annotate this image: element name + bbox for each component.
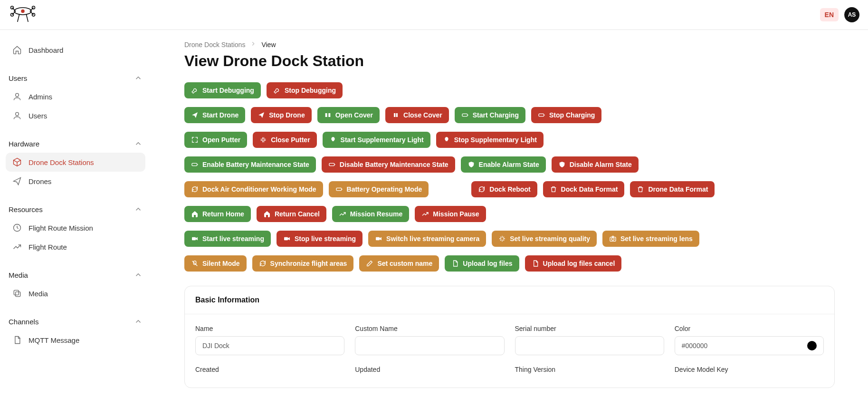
sidebar-group-hardware[interactable]: Hardware bbox=[6, 135, 145, 153]
field-label: Created bbox=[195, 366, 344, 373]
document-icon bbox=[12, 335, 22, 345]
color-value: #000000 bbox=[675, 336, 824, 355]
sidebar-item-dashboard[interactable]: Dashboard bbox=[6, 40, 145, 59]
button-label: Set live streaming lens bbox=[620, 235, 693, 242]
enable-battery-maintenance-button[interactable]: Enable Battery Maintenance State bbox=[184, 156, 316, 173]
stop-charging-button[interactable]: Stop Charging bbox=[531, 107, 601, 123]
upload-log-files-button[interactable]: Upload log files bbox=[445, 255, 519, 272]
start-charging-button[interactable]: Start Charging bbox=[455, 107, 525, 123]
field-label: Thing Version bbox=[515, 366, 664, 373]
sidebar-group-label: Channels bbox=[9, 318, 38, 326]
button-label: Open Cover bbox=[335, 112, 373, 118]
sidebar-item-drones[interactable]: Drones bbox=[6, 172, 145, 191]
button-label: Switch live streaming camera bbox=[386, 235, 479, 242]
sidebar-group-label: Hardware bbox=[9, 140, 39, 148]
start-live-streaming-button[interactable]: Start live streaming bbox=[184, 231, 271, 247]
chevron-up-icon bbox=[134, 205, 143, 214]
stop-debugging-button[interactable]: Stop Debugging bbox=[267, 82, 343, 98]
button-label: Enable Alarm State bbox=[479, 161, 539, 168]
breadcrumb-link-drone-dock-stations[interactable]: Drone Dock Stations bbox=[184, 41, 245, 49]
button-label: Return Home bbox=[202, 211, 244, 217]
basic-information-card: Basic Information Name DJI Dock Custom N… bbox=[184, 286, 835, 388]
disable-battery-maintenance-button[interactable]: Disable Battery Maintenance State bbox=[322, 156, 455, 173]
mission-pause-button[interactable]: Mission Pause bbox=[415, 206, 486, 222]
button-label: Disable Battery Maintenance State bbox=[340, 161, 448, 168]
sidebar-group-channels[interactable]: Channels bbox=[6, 312, 145, 330]
field-updated: Updated bbox=[355, 366, 504, 377]
chevron-right-icon bbox=[250, 40, 257, 49]
set-live-streaming-lens-button[interactable]: Set live streaming lens bbox=[602, 231, 699, 247]
set-custom-name-button[interactable]: Set custom name bbox=[359, 255, 439, 272]
sidebar-group-media[interactable]: Media bbox=[6, 266, 145, 284]
sidebar-item-drone-dock-stations[interactable]: Drone Dock Stations bbox=[6, 153, 145, 172]
sidebar-item-media[interactable]: Media bbox=[6, 284, 145, 303]
sidebar-item-label: Media bbox=[29, 290, 48, 298]
chevron-up-icon bbox=[134, 271, 143, 279]
start-drone-button[interactable]: Start Drone bbox=[184, 107, 245, 123]
avatar[interactable]: AS bbox=[844, 7, 859, 22]
drone-data-format-button[interactable]: Drone Data Format bbox=[630, 181, 715, 197]
button-label: Silent Mode bbox=[202, 260, 240, 267]
user-icon bbox=[12, 111, 22, 120]
open-cover-button[interactable]: Open Cover bbox=[317, 107, 380, 123]
sidebar-group-resources[interactable]: Resources bbox=[6, 200, 145, 218]
sidebar-item-label: Flight Route bbox=[29, 243, 67, 251]
stop-drone-button[interactable]: Stop Drone bbox=[251, 107, 311, 123]
button-label: Battery Operating Mode bbox=[347, 186, 422, 193]
breadcrumb-current: View bbox=[261, 41, 276, 49]
field-color: Color #000000 bbox=[675, 325, 824, 355]
dock-data-format-button[interactable]: Dock Data Format bbox=[543, 181, 625, 197]
start-debugging-button[interactable]: Start Debugging bbox=[184, 82, 261, 98]
dock-ac-working-mode-button[interactable]: Dock Air Conditioner Working Mode bbox=[184, 181, 323, 197]
action-buttons: Start Debugging Stop Debugging Start Dro… bbox=[184, 82, 835, 272]
button-label: Mission Resume bbox=[350, 211, 402, 217]
sidebar-item-label: MQTT Message bbox=[29, 336, 79, 344]
sidebar-item-flight-route[interactable]: Flight Route bbox=[6, 237, 145, 256]
upload-log-files-cancel-button[interactable]: Upload log files cancel bbox=[525, 255, 622, 272]
field-custom-name: Custom Name bbox=[355, 325, 504, 355]
sidebar-item-users[interactable]: Users bbox=[6, 106, 145, 125]
sidebar-group-users[interactable]: Users bbox=[6, 69, 145, 87]
disable-alarm-state-button[interactable]: Disable Alarm State bbox=[552, 156, 639, 173]
button-label: Start Debugging bbox=[202, 87, 254, 94]
start-supplementary-light-button[interactable]: Start Supplementary Light bbox=[323, 132, 430, 148]
field-thing-version: Thing Version bbox=[515, 366, 664, 377]
close-putter-button[interactable]: Close Putter bbox=[253, 132, 316, 148]
button-label: Return Cancel bbox=[275, 211, 320, 217]
button-label: Enable Battery Maintenance State bbox=[202, 161, 309, 168]
close-cover-button[interactable]: Close Cover bbox=[385, 107, 449, 123]
name-value: DJI Dock bbox=[195, 336, 344, 355]
button-label: Stop live streaming bbox=[295, 235, 356, 242]
sidebar-item-label: Flight Route Mission bbox=[29, 224, 93, 232]
set-live-streaming-quality-button[interactable]: Set live streaming quality bbox=[492, 231, 597, 247]
return-home-button[interactable]: Return Home bbox=[184, 206, 251, 222]
sidebar-group-label: Users bbox=[9, 74, 27, 82]
sidebar-item-mqtt-message[interactable]: MQTT Message bbox=[6, 330, 145, 350]
sidebar-item-admins[interactable]: Admins bbox=[6, 87, 145, 106]
open-putter-button[interactable]: Open Putter bbox=[184, 132, 247, 148]
chevron-up-icon bbox=[134, 74, 143, 82]
stop-supplementary-light-button[interactable]: Stop Supplementary Light bbox=[436, 132, 544, 148]
field-label: Name bbox=[195, 325, 344, 332]
button-label: Mission Pause bbox=[433, 211, 479, 217]
switch-live-streaming-camera-button[interactable]: Switch live streaming camera bbox=[368, 231, 486, 247]
custom-name-value bbox=[355, 336, 504, 355]
return-cancel-button[interactable]: Return Cancel bbox=[257, 206, 326, 222]
synchronize-flight-areas-button[interactable]: Synchronize flight areas bbox=[252, 255, 354, 272]
dock-reboot-button[interactable]: Dock Reboot bbox=[471, 181, 537, 197]
battery-operating-mode-button[interactable]: Battery Operating Mode bbox=[329, 181, 429, 197]
sidebar: Dashboard Users Admins Users Hardware Dr… bbox=[0, 30, 151, 408]
button-label: Start Drone bbox=[202, 112, 238, 118]
sidebar-item-label: Dashboard bbox=[29, 46, 63, 54]
silent-mode-button[interactable]: Silent Mode bbox=[184, 255, 247, 272]
sidebar-item-flight-route-mission[interactable]: Flight Route Mission bbox=[6, 218, 145, 237]
user-icon bbox=[12, 92, 22, 101]
language-badge[interactable]: EN bbox=[820, 8, 839, 21]
button-label: Dock Air Conditioner Working Mode bbox=[202, 186, 316, 193]
button-label: Stop Drone bbox=[269, 112, 305, 118]
serial-number-value bbox=[515, 336, 664, 355]
button-label: Drone Data Format bbox=[648, 186, 708, 193]
stop-live-streaming-button[interactable]: Stop live streaming bbox=[277, 231, 362, 247]
enable-alarm-state-button[interactable]: Enable Alarm State bbox=[461, 156, 546, 173]
mission-resume-button[interactable]: Mission Resume bbox=[332, 206, 409, 222]
